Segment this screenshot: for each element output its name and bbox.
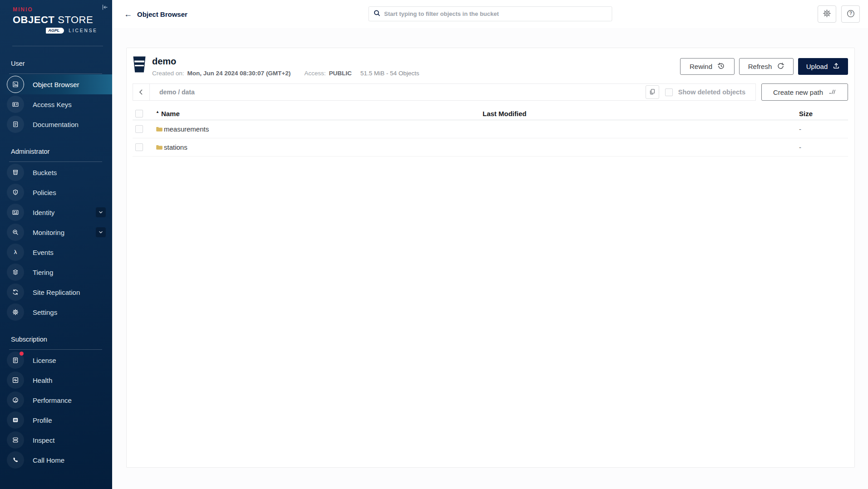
performance-gauge-icon — [7, 391, 24, 409]
sidebar-section-subscription: Subscription License Health — [0, 336, 112, 470]
objects-table: ▲ Name Last Modified Size measurements — [133, 108, 848, 156]
rewind-button[interactable]: Rewind — [680, 58, 735, 75]
buckets-icon — [7, 164, 24, 181]
sidebar-item-site-replication[interactable]: Site Replication — [0, 282, 112, 302]
rewind-button-label: Rewind — [690, 63, 712, 70]
select-all-cell — [133, 110, 156, 117]
bucket-meta: Created on: Mon, Jun 24 2024 08:30:07 (G… — [152, 70, 419, 77]
profile-icon — [7, 411, 24, 429]
sidebar-item-label: Object Browser — [33, 81, 79, 88]
settings-button[interactable] — [818, 5, 836, 23]
created-value: Mon, Jun 24 2024 08:30:07 (GMT+2) — [187, 70, 291, 77]
policies-icon — [7, 184, 24, 201]
copy-path-button[interactable] — [646, 85, 659, 99]
row-select-cell — [133, 125, 156, 133]
create-new-path-button[interactable]: Create new path — [761, 83, 848, 101]
gear-icon — [822, 9, 832, 20]
svg-text:?: ? — [849, 11, 852, 16]
sidebar-item-performance[interactable]: Performance — [0, 390, 112, 410]
sidebar-section-administrator: Administrator Buckets Policies — [0, 148, 112, 322]
sidebar-item-inspect[interactable]: Inspect — [0, 430, 112, 450]
sidebar-item-settings[interactable]: Settings — [0, 302, 112, 322]
sidebar-item-policies[interactable]: Policies — [0, 182, 112, 202]
bucket-info: demo Created on: Mon, Jun 24 2024 08:30:… — [152, 56, 419, 77]
table-row[interactable]: stations - — [133, 138, 848, 156]
sidebar-collapse-icon[interactable] — [101, 4, 108, 12]
chevron-down-icon[interactable] — [96, 227, 106, 237]
size-cell: - — [797, 125, 848, 133]
upload-button[interactable]: Upload — [798, 58, 848, 75]
monitoring-icon — [7, 224, 24, 241]
column-header-name[interactable]: ▲ Name — [156, 110, 481, 117]
health-icon — [7, 372, 24, 389]
folder-icon — [156, 126, 163, 132]
search-input[interactable] — [384, 10, 607, 17]
row-checkbox[interactable] — [135, 125, 143, 133]
back-arrow-icon[interactable]: ← — [124, 10, 132, 18]
column-header-last-modified[interactable]: Last Modified — [481, 110, 797, 117]
sidebar-item-call-home[interactable]: Call Home — [0, 450, 112, 470]
sidebar-item-health[interactable]: Health — [0, 370, 112, 390]
sidebar-item-monitoring[interactable]: Monitoring — [0, 222, 112, 242]
row-checkbox[interactable] — [135, 143, 143, 151]
row-select-cell — [133, 143, 156, 151]
create-path-icon — [828, 88, 836, 97]
copy-icon — [649, 88, 656, 97]
chevron-down-icon[interactable] — [96, 207, 106, 217]
sidebar-item-label: Settings — [33, 308, 57, 316]
sidebar-item-events[interactable]: λ Events — [0, 242, 112, 262]
object-browser-icon — [7, 76, 24, 93]
access-label: Access: — [304, 70, 326, 77]
site-replication-icon — [7, 284, 24, 301]
divider — [9, 161, 102, 162]
show-deleted-label: Show deleted objects — [678, 88, 745, 96]
path-back-button[interactable] — [133, 84, 150, 100]
show-deleted-checkbox[interactable] — [665, 88, 673, 96]
agpl-badge: AGPL — [46, 28, 64, 34]
breadcrumb[interactable]: demo / data — [150, 88, 646, 96]
bucket-size-objects: 51.5 MiB - 54 Objects — [360, 70, 419, 77]
table-row[interactable]: measurements - — [133, 120, 848, 138]
object-filter-search — [368, 6, 612, 21]
object-name-cell[interactable]: measurements — [156, 125, 481, 133]
topbar: ← Object Browser ? — [112, 0, 868, 28]
sidebar-item-profile[interactable]: Profile — [0, 410, 112, 430]
sidebar-item-label: Health — [33, 377, 52, 384]
minio-brand-text: MINIO — [13, 6, 112, 13]
breadcrumb-bar: demo / data Show deleted objects — [133, 83, 756, 101]
sidebar-item-object-browser[interactable]: Object Browser — [0, 74, 112, 94]
license-badge-row: AGPL LICENSE — [13, 28, 98, 34]
license-icon — [7, 352, 24, 369]
sidebar-item-label: Tiering — [33, 269, 53, 276]
sidebar-item-identity[interactable]: Identity — [0, 202, 112, 222]
select-all-checkbox[interactable] — [135, 110, 143, 117]
sidebar-item-label: Documentation — [33, 121, 79, 128]
sidebar-item-buckets[interactable]: Buckets — [0, 162, 112, 182]
sidebar-item-label: Identity — [33, 209, 54, 216]
sidebar-item-label: Events — [33, 249, 54, 256]
events-lambda-icon: λ — [7, 244, 24, 261]
object-name-cell[interactable]: stations — [156, 143, 481, 151]
help-button[interactable]: ? — [841, 5, 860, 23]
column-header-size[interactable]: Size — [797, 110, 848, 117]
refresh-button[interactable]: Refresh — [739, 58, 794, 75]
main-area: ← Object Browser ? — [112, 0, 868, 489]
bucket-name: demo — [152, 56, 419, 67]
upload-button-label: Upload — [806, 63, 828, 70]
notification-dot — [20, 352, 24, 356]
sidebar-item-access-keys[interactable]: Access Keys — [0, 94, 112, 114]
sidebar-item-label: Site Replication — [33, 289, 80, 296]
upload-icon — [833, 62, 840, 71]
sidebar-item-label: Access Keys — [33, 101, 72, 108]
sidebar-item-license[interactable]: License — [0, 350, 112, 370]
documentation-icon — [7, 116, 24, 133]
topbar-actions: ? — [818, 5, 860, 23]
sort-ascending-icon: ▲ — [156, 110, 159, 114]
sidebar-item-label: Profile — [33, 416, 52, 424]
sidebar-item-label: Monitoring — [33, 229, 64, 236]
browse-toolbar: demo / data Show deleted objects Create … — [133, 83, 848, 101]
sidebar-item-documentation[interactable]: Documentation — [0, 114, 112, 134]
access-value: PUBLIC — [329, 70, 352, 77]
sidebar-item-tiering[interactable]: Tiering — [0, 262, 112, 282]
bucket-icon — [133, 56, 146, 75]
